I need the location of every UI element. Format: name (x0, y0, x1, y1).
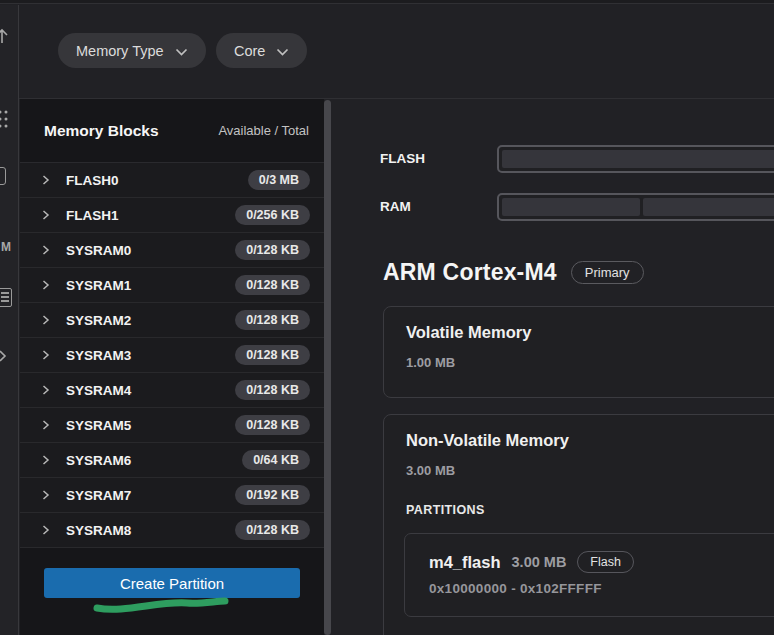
memory-usage-badge: 0/3 MB (248, 170, 310, 190)
ram-bar-segment (502, 198, 640, 216)
memory-usage-badge: 0/128 KB (235, 240, 310, 260)
create-partition-button[interactable]: Create Partition (44, 568, 300, 598)
memory-usage-badge: 0/256 KB (235, 205, 310, 225)
flash-bar-label: FLASH (380, 145, 425, 173)
memory-block-row[interactable]: SYSRAM3 0/128 KB (20, 338, 324, 373)
app-window: M Memory Type Core Memory Blocks Availab… (0, 0, 774, 635)
partition-size: 3.00 MB (512, 554, 567, 570)
expand-chevron-icon (40, 489, 52, 501)
ram-bar-segment (643, 198, 774, 216)
volatile-memory-card: Volatile Memory 1.00 MB (383, 306, 774, 398)
document-icon[interactable] (0, 288, 12, 307)
memory-block-name: SYSRAM4 (66, 383, 235, 398)
ram-bar-label: RAM (380, 193, 411, 221)
memory-block-row[interactable]: SYSRAM8 0/128 KB (20, 513, 324, 548)
expand-chevron-icon (40, 454, 52, 466)
memory-block-row[interactable]: SYSRAM0 0/128 KB (20, 233, 324, 268)
bracket-icon[interactable] (0, 167, 6, 185)
memory-block-name: SYSRAM1 (66, 278, 235, 293)
memory-usage-badge: 0/128 KB (235, 275, 310, 295)
core-title: ARM Cortex-M4 (383, 259, 557, 286)
memory-blocks-header: Memory Blocks Available / Total (20, 99, 324, 163)
memory-usage-badge: 0/128 KB (235, 415, 310, 435)
partition-name: m4_flash (429, 553, 501, 572)
memory-usage-badge: 0/128 KB (235, 380, 310, 400)
core-heading: ARM Cortex-M4 Primary (383, 259, 644, 286)
memory-block-name: SYSRAM2 (66, 313, 235, 328)
partition-address-range: 0x10000000 - 0x102FFFFF (429, 581, 602, 596)
partition-card[interactable]: m4_flash 3.00 MB Flash 0x10000000 - 0x10… (404, 533, 774, 617)
chevron-down-icon (276, 43, 289, 59)
memory-block-row[interactable]: FLASH0 0/3 MB (20, 163, 324, 198)
memory-block-name: FLASH1 (66, 208, 235, 223)
expand-chevron-icon (40, 174, 52, 186)
memory-block-row[interactable]: SYSRAM6 0/64 KB (20, 443, 324, 478)
expand-chevron-icon (40, 279, 52, 291)
ram-usage-bar (497, 193, 774, 221)
chevron-right-icon[interactable] (0, 349, 8, 367)
memory-block-row[interactable]: SYSRAM2 0/128 KB (20, 303, 324, 338)
partitions-section-label: PARTITIONS (406, 503, 485, 517)
expand-chevron-icon (40, 384, 52, 396)
volatile-card-title: Volatile Memory (406, 323, 531, 342)
memory-type-dropdown[interactable]: Memory Type (58, 33, 206, 68)
memory-blocks-panel: Memory Blocks Available / Total FLASH0 0… (20, 99, 324, 635)
memory-block-row[interactable]: SYSRAM1 0/128 KB (20, 268, 324, 303)
memory-block-name: SYSRAM5 (66, 418, 235, 433)
window-top-edge (0, 0, 774, 4)
memory-block-name: FLASH0 (66, 173, 248, 188)
memory-usage-badge: 0/128 KB (235, 345, 310, 365)
chevron-down-icon (175, 43, 188, 59)
expand-chevron-icon (40, 209, 52, 221)
primary-badge: Primary (571, 261, 644, 284)
core-dropdown-label: Core (234, 43, 265, 59)
grip-dots-icon[interactable] (0, 108, 10, 134)
memory-block-name: SYSRAM3 (66, 348, 235, 363)
memory-block-row[interactable]: SYSRAM7 0/192 KB (20, 478, 324, 513)
available-total-label: Available / Total (218, 123, 309, 138)
memory-usage-badge: 0/192 KB (235, 485, 310, 505)
memory-usage-badge: 0/128 KB (235, 310, 310, 330)
memory-block-name: SYSRAM7 (66, 488, 235, 503)
expand-chevron-icon (40, 524, 52, 536)
nonvolatile-card-title: Non-Volatile Memory (406, 431, 569, 450)
nonvolatile-memory-card: Non-Volatile Memory 3.00 MB PARTITIONS m… (383, 414, 774, 635)
flash-bar-segment (502, 150, 774, 168)
filter-toolbar: Memory Type Core (20, 5, 774, 98)
memory-block-row[interactable]: SYSRAM4 0/128 KB (20, 373, 324, 408)
partition-type-badge: Flash (577, 551, 634, 573)
expand-chevron-icon (40, 349, 52, 361)
core-dropdown[interactable]: Core (216, 33, 307, 68)
memory-block-row[interactable]: FLASH1 0/256 KB (20, 198, 324, 233)
panel-scrollbar[interactable] (324, 100, 331, 635)
memory-usage-badge: 0/64 KB (242, 450, 310, 470)
memory-type-dropdown-label: Memory Type (76, 43, 164, 59)
arrow-up-icon[interactable] (0, 27, 10, 49)
memory-usage-main: FLASH RAM ARM Cortex-M4 Primary Volatile… (332, 99, 774, 635)
panel-title: Memory Blocks (44, 122, 159, 140)
memory-block-name: SYSRAM0 (66, 243, 235, 258)
volatile-card-size: 1.00 MB (406, 355, 455, 370)
memory-block-name: SYSRAM6 (66, 453, 242, 468)
partition-title-row: m4_flash 3.00 MB Flash (429, 551, 634, 573)
memory-block-list: FLASH0 0/3 MB FLASH1 0/256 KB SYSRAM0 0/… (20, 163, 324, 548)
expand-chevron-icon (40, 314, 52, 326)
flash-usage-bar (497, 145, 774, 173)
m-label-icon[interactable]: M (1, 240, 11, 254)
nonvolatile-card-size: 3.00 MB (406, 463, 455, 478)
memory-block-name: SYSRAM8 (66, 523, 235, 538)
expand-chevron-icon (40, 419, 52, 431)
expand-chevron-icon (40, 244, 52, 256)
left-icon-rail: M (0, 5, 19, 635)
memory-usage-badge: 0/128 KB (235, 520, 310, 540)
memory-block-row[interactable]: SYSRAM5 0/128 KB (20, 408, 324, 443)
